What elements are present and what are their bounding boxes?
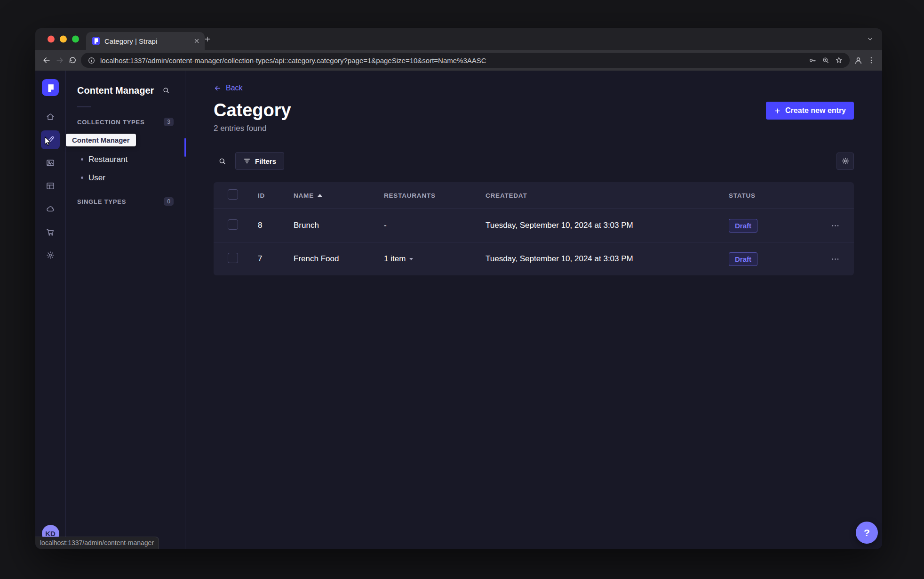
settings-gear-icon[interactable]	[41, 246, 60, 265]
list-toolbar: Filters	[214, 152, 854, 170]
cloud-icon[interactable]	[41, 200, 60, 218]
window-controls	[48, 36, 79, 43]
nav-tooltip: Content Manager	[66, 134, 136, 146]
sidebar-item-label: Restaurant	[88, 155, 127, 164]
zoom-icon[interactable]	[821, 56, 830, 64]
sidebar-divider	[77, 106, 91, 107]
restaurants-count: 1 item	[384, 254, 406, 264]
tab-strip: Category | Strapi	[35, 28, 882, 50]
browser-tab[interactable]: Category | Strapi	[86, 32, 205, 50]
url-bar[interactable]: localhost:1337/admin/content-manager/col…	[81, 53, 850, 68]
search-icon[interactable]	[214, 153, 231, 169]
help-button[interactable]: ?	[856, 522, 878, 544]
url-text: localhost:1337/admin/content-manager/col…	[100, 56, 804, 64]
link-preview-status-bar: localhost:1337/admin/content-manager	[35, 537, 159, 549]
cell-id: 8	[244, 221, 279, 230]
new-tab-button[interactable]	[204, 35, 211, 43]
row-checkbox-cell	[214, 253, 244, 265]
cell-actions	[815, 219, 854, 232]
row-checkbox[interactable]	[228, 253, 238, 263]
marketplace-cart-icon[interactable]	[41, 223, 60, 241]
single-types-header: SINGLE TYPES 0	[77, 197, 174, 206]
row-checkbox-cell	[214, 219, 244, 232]
browser-menu-icon[interactable]	[867, 56, 876, 64]
table-header-row: ID NAME RESTAURANTS CREATEDAT STATUS	[214, 182, 854, 209]
row-checkbox[interactable]	[228, 219, 238, 230]
bookmark-star-icon[interactable]	[835, 56, 843, 64]
site-info-icon[interactable]	[88, 56, 96, 64]
back-nav-icon[interactable]	[42, 56, 51, 65]
strapi-favicon-icon	[92, 37, 100, 45]
profile-avatar-icon[interactable]	[853, 56, 863, 65]
create-new-entry-button[interactable]: Create new entry	[766, 102, 854, 120]
status-badge: Draft	[729, 219, 757, 233]
cell-actions	[815, 253, 854, 265]
chevron-down-icon	[409, 258, 413, 260]
cell-status: Draft	[715, 252, 809, 266]
list-view-main: Back Category 2 entries found Create new…	[185, 71, 882, 549]
cell-createdat: Tuesday, September 10, 2024 at 3:03 PM	[471, 254, 715, 264]
status-badge: Draft	[729, 252, 757, 266]
home-icon[interactable]	[41, 107, 60, 126]
header-checkbox-cell	[214, 189, 244, 201]
back-label: Back	[226, 84, 243, 92]
row-menu-icon[interactable]	[829, 253, 842, 265]
back-arrow-icon	[214, 84, 222, 92]
plus-icon	[774, 107, 781, 114]
rail-nav-items	[41, 107, 60, 265]
bullet-icon	[81, 158, 83, 161]
single-types-label: SINGLE TYPES	[77, 198, 126, 205]
main-nav-rail: KD	[35, 71, 66, 549]
sidebar-header: Content Manager	[77, 83, 174, 98]
row-menu-icon[interactable]	[829, 219, 842, 232]
cell-createdat: Tuesday, September 10, 2024 at 3:03 PM	[471, 221, 715, 230]
close-tab-icon[interactable]	[193, 38, 200, 44]
minimize-window-button[interactable]	[60, 36, 67, 43]
table-row[interactable]: 7 French Food 1 item Tuesday, September …	[214, 242, 854, 275]
sidebar-title: Content Manager	[77, 85, 154, 96]
header-restaurants[interactable]: RESTAURANTS	[370, 192, 471, 199]
filters-label: Filters	[255, 157, 276, 165]
cell-status: Draft	[715, 219, 809, 233]
password-key-icon[interactable]	[808, 56, 817, 64]
browser-toolbar: localhost:1337/admin/content-manager/col…	[35, 50, 882, 71]
page-title: Category	[214, 101, 854, 121]
cell-id: 7	[244, 254, 279, 264]
sidebar-search-icon[interactable]	[159, 83, 174, 98]
create-new-entry-label: Create new entry	[785, 106, 846, 115]
sidebar-item-restaurant[interactable]: Restaurant	[77, 150, 174, 169]
forward-nav-icon[interactable]	[55, 56, 64, 65]
header-createdat[interactable]: CREATEDAT	[471, 192, 715, 199]
tab-search-chevron-icon[interactable]	[867, 36, 874, 43]
sort-by-name-button[interactable]: NAME	[294, 192, 322, 199]
collection-types-label: COLLECTION TYPES	[77, 119, 145, 126]
strapi-app: KD Content Manager COLLECTION TYPES 3 Ca…	[35, 71, 882, 549]
content-manager-icon[interactable]	[41, 130, 60, 149]
view-settings-gear-icon[interactable]	[836, 153, 854, 170]
filters-button[interactable]: Filters	[235, 152, 284, 170]
reload-icon[interactable]	[68, 56, 77, 65]
header-name: NAME	[279, 192, 370, 199]
select-all-checkbox[interactable]	[228, 189, 238, 200]
sort-ascending-icon	[318, 194, 322, 197]
filter-icon	[243, 157, 251, 165]
back-link[interactable]: Back	[214, 84, 243, 92]
close-window-button[interactable]	[48, 36, 55, 43]
cell-name: Brunch	[279, 221, 370, 230]
header-status[interactable]: STATUS	[715, 192, 809, 199]
browser-window: Category | Strapi localhost:1337/admin/c…	[35, 28, 882, 549]
strapi-logo[interactable]	[42, 79, 59, 96]
cell-restaurants: -	[370, 221, 471, 230]
sidebar-item-user[interactable]: User	[77, 169, 174, 187]
header-name-label: NAME	[294, 192, 314, 199]
sidebar-item-label: User	[88, 173, 105, 183]
header-id[interactable]: ID	[244, 192, 279, 199]
media-library-icon[interactable]	[41, 153, 60, 172]
cell-restaurants[interactable]: 1 item	[370, 254, 471, 264]
fullscreen-window-button[interactable]	[72, 36, 79, 43]
entries-count: 2 entries found	[214, 124, 854, 133]
entries-table: ID NAME RESTAURANTS CREATEDAT STATUS	[214, 182, 854, 275]
table-row[interactable]: 8 Brunch - Tuesday, September 10, 2024 a…	[214, 209, 854, 242]
content-type-builder-icon[interactable]	[41, 177, 60, 195]
bullet-icon	[81, 177, 83, 179]
